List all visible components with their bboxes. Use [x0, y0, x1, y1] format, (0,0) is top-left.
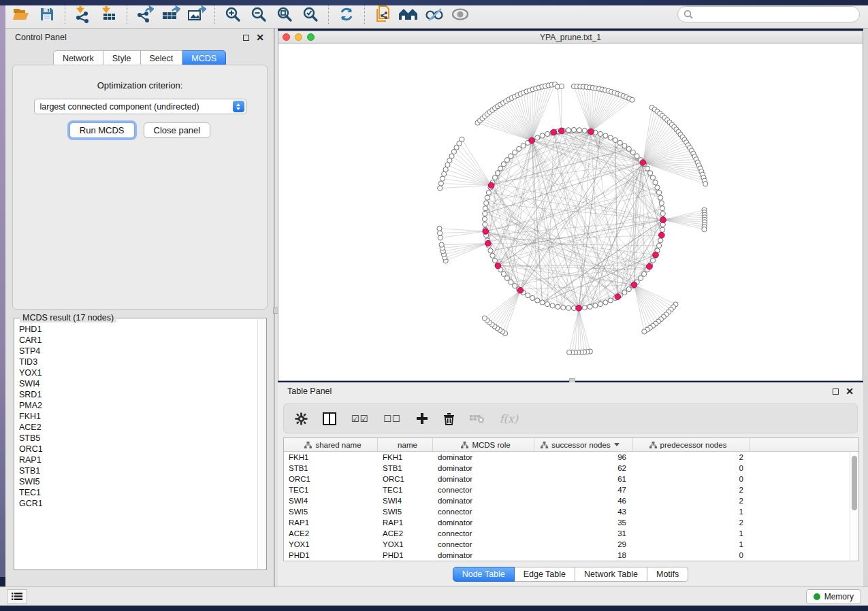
table-cell[interactable]: 29 — [534, 539, 633, 550]
table-scrollbar[interactable] — [850, 452, 858, 561]
table-row[interactable]: FKH1FKH1dominator962 — [284, 452, 850, 463]
add-column-icon[interactable] — [416, 412, 428, 425]
export-image-icon[interactable] — [185, 3, 208, 25]
table-cell[interactable]: STB1 — [378, 463, 433, 474]
mcds-result-item[interactable]: PMA2 — [19, 400, 257, 411]
mcds-result-item[interactable]: SRD1 — [19, 389, 257, 400]
memory-button[interactable]: Memory — [806, 589, 861, 604]
table-cell[interactable]: connector — [433, 506, 534, 517]
close-panel-icon[interactable]: ✕ — [846, 389, 854, 395]
import-network-icon[interactable] — [71, 3, 95, 25]
column-header-name[interactable]: name — [378, 438, 433, 451]
zoom-fit-icon[interactable] — [273, 3, 296, 25]
table-settings-icon[interactable] — [295, 412, 308, 425]
table-cell[interactable]: 2 — [633, 484, 750, 495]
mcds-result-item[interactable]: SWI4 — [19, 378, 257, 389]
table-row[interactable]: TEC1TEC1connector472 — [284, 484, 850, 495]
table-cell[interactable]: ACE2 — [378, 528, 433, 539]
mcds-result-item[interactable]: GCR1 — [19, 498, 257, 509]
table-cell[interactable]: PHD1 — [378, 550, 433, 561]
table-row[interactable]: SWI5SWI5connector431 — [284, 506, 850, 517]
mcds-result-item[interactable]: FKH1 — [19, 411, 257, 422]
search-box[interactable] — [677, 6, 860, 22]
table-cell[interactable]: YOX1 — [284, 539, 378, 550]
table-cell[interactable]: 1 — [633, 528, 750, 539]
mcds-result-item[interactable]: TEC1 — [19, 487, 257, 498]
mcds-result-item[interactable]: CAR1 — [19, 335, 257, 346]
table-cell[interactable]: 0 — [633, 550, 750, 561]
table-row[interactable]: RAP1RAP1dominator352 — [284, 517, 850, 528]
table-row[interactable]: SWI4SWI4dominator462 — [284, 495, 850, 506]
network-window-titlebar[interactable]: YPA_prune.txt_1 — [278, 31, 863, 44]
mcds-result-item[interactable]: YOX1 — [19, 367, 257, 378]
network-canvas[interactable] — [278, 44, 863, 380]
table-cell[interactable]: dominator — [433, 452, 534, 463]
export-table-icon[interactable] — [159, 3, 182, 25]
open-file-icon[interactable] — [10, 3, 33, 25]
table-cell[interactable]: 1 — [633, 539, 750, 550]
table-cell[interactable]: SWI4 — [284, 495, 378, 506]
table-cell[interactable]: ORC1 — [378, 474, 433, 484]
tab-network-table[interactable]: Network Table — [575, 567, 647, 582]
table-cell[interactable]: RAP1 — [378, 517, 433, 528]
table-row[interactable]: ORC1ORC1dominator610 — [284, 474, 850, 484]
column-header-mcds-role[interactable]: MCDS role — [433, 438, 534, 451]
export-network-icon[interactable] — [133, 3, 157, 25]
close-panel-button[interactable]: Close panel — [144, 122, 211, 138]
search-input[interactable] — [696, 10, 854, 19]
table-cell[interactable]: 2 — [633, 517, 750, 528]
table-cell[interactable]: connector — [433, 484, 534, 495]
table-cell[interactable]: FKH1 — [378, 452, 433, 463]
table-cell[interactable]: connector — [433, 539, 534, 550]
save-session-icon[interactable] — [35, 3, 59, 25]
table-cell[interactable]: 62 — [534, 463, 633, 474]
table-cell[interactable]: 96 — [534, 452, 633, 463]
table-row[interactable]: STB1STB1dominator620 — [284, 463, 850, 474]
hide-graphics-details-icon[interactable] — [423, 3, 446, 25]
column-header-successor-nodes[interactable]: successor nodes — [534, 438, 633, 451]
tab-node-table[interactable]: Node Table — [453, 567, 515, 582]
table-cell[interactable]: connector — [433, 528, 534, 539]
clone-network-icon[interactable] — [371, 3, 394, 25]
table-cell[interactable]: 31 — [534, 528, 633, 539]
mcds-result-list[interactable]: PHD1CAR1STP4TID3YOX1SWI4SRD1PMA2FKH1ACE2… — [19, 324, 257, 568]
table-cell[interactable]: dominator — [433, 463, 534, 474]
table-cell[interactable]: 35 — [534, 517, 633, 528]
table-cell[interactable]: YOX1 — [378, 539, 433, 550]
table-cell[interactable]: dominator — [433, 517, 534, 528]
import-table-icon[interactable] — [97, 3, 120, 25]
table-cell[interactable]: dominator — [433, 495, 534, 506]
close-panel-icon[interactable]: ✕ — [256, 35, 264, 41]
show-graphics-details-icon[interactable] — [449, 3, 472, 25]
zoom-out-icon[interactable] — [247, 3, 270, 25]
table-cell[interactable]: 47 — [534, 484, 633, 495]
table-cell[interactable]: 2 — [633, 495, 750, 506]
table-cell[interactable]: TEC1 — [284, 484, 378, 495]
table-cell[interactable]: SWI4 — [378, 495, 433, 506]
mcds-result-item[interactable]: TID3 — [19, 357, 257, 367]
show-column-panel-icon[interactable] — [323, 412, 336, 425]
table-row[interactable]: PHD1PHD1dominator180 — [284, 550, 850, 561]
table-cell[interactable]: dominator — [433, 550, 534, 561]
mcds-result-item[interactable]: SWI5 — [19, 476, 257, 487]
table-cell[interactable]: ORC1 — [284, 474, 378, 484]
function-builder-icon[interactable]: f(x) — [500, 412, 518, 425]
column-header-predecessor-nodes[interactable]: predecessor nodes — [633, 438, 750, 451]
table-cell[interactable]: dominator — [433, 474, 534, 484]
float-panel-icon[interactable] — [243, 35, 249, 41]
tab-motifs[interactable]: Motifs — [647, 567, 688, 582]
zoom-in-icon[interactable] — [221, 3, 244, 25]
mcds-result-item[interactable]: STB5 — [19, 433, 257, 444]
table-cell[interactable]: RAP1 — [284, 517, 378, 528]
table-cell[interactable]: 43 — [534, 506, 633, 517]
float-panel-icon[interactable] — [833, 389, 839, 395]
mcds-result-item[interactable]: ACE2 — [19, 422, 257, 433]
table-cell[interactable]: 61 — [534, 474, 633, 484]
table-cell[interactable]: 46 — [534, 495, 633, 506]
table-row[interactable]: YOX1YOX1connector291 — [284, 539, 850, 550]
table-cell[interactable]: STB1 — [284, 463, 378, 474]
table-cell[interactable]: 2 — [633, 452, 750, 463]
column-header-shared-name[interactable]: shared name — [284, 438, 378, 451]
table-scrollbar-thumb[interactable] — [852, 456, 857, 510]
table-cell[interactable]: PHD1 — [284, 550, 378, 561]
